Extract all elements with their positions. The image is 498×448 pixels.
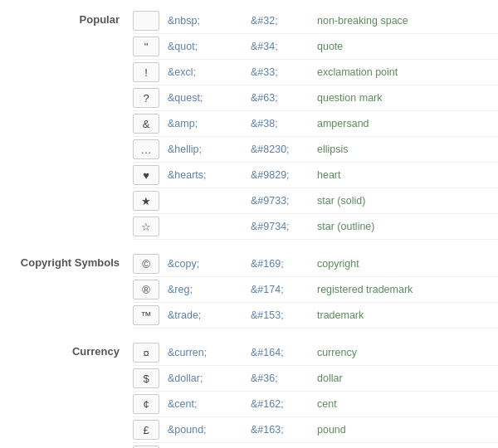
table-row[interactable]: ★&#9733;star (solid) — [133, 188, 498, 214]
table-row[interactable]: ™&trade;&#153;trademark — [133, 303, 498, 329]
table-row[interactable]: $&dollar;&#36;dollar — [133, 366, 498, 392]
char-box: ® — [133, 280, 159, 299]
entity-desc: question mark — [317, 92, 383, 104]
entity-num: &#9829; — [251, 169, 317, 181]
entity-desc: star (solid) — [317, 195, 365, 207]
char-box: $ — [133, 368, 159, 388]
entity-name: &hellip; — [168, 144, 251, 155]
section-spacer — [0, 241, 498, 251]
entity-num: &#163; — [251, 424, 317, 436]
table-row[interactable]: ¤&curren;&#164;currency — [133, 340, 498, 366]
group-2: Currency¤&curren;&#164;currency$&dollar;… — [0, 340, 498, 448]
entity-num: &#153; — [251, 309, 317, 321]
table-row[interactable]: !&excl;&#33;exclamation point — [133, 60, 498, 85]
entity-num: &#33; — [251, 66, 317, 78]
entity-desc: exclamation point — [317, 66, 398, 78]
char-box: ¤ — [133, 343, 159, 363]
table-row[interactable]: ?&quest;&#63;question mark — [133, 85, 498, 111]
entity-desc: trademark — [317, 309, 364, 321]
table-row[interactable]: ¢&cent;&#162;cent — [133, 392, 498, 417]
entity-name: &curren; — [168, 347, 251, 358]
entity-num: &#38; — [251, 118, 317, 129]
entity-name: &excl; — [168, 66, 251, 78]
entity-name: &cent; — [168, 398, 251, 410]
entity-name: &hearts; — [168, 169, 251, 181]
entity-name: &pound; — [168, 424, 251, 436]
entity-name: &quot; — [168, 41, 251, 52]
char-box: £ — [133, 420, 159, 440]
char-box: " — [133, 37, 159, 56]
entity-num: &#9733; — [251, 195, 317, 207]
entity-desc: ellipsis — [317, 144, 349, 155]
section-spacer — [0, 330, 498, 340]
main-container: Popular &nbsp;&#32;non-breaking space"&q… — [0, 0, 498, 448]
char-box: ™ — [133, 305, 159, 325]
entity-num: &#34; — [251, 41, 317, 52]
entity-desc: heart — [317, 169, 341, 181]
entity-name: &quest; — [168, 92, 251, 104]
entity-desc: ampersand — [317, 118, 369, 129]
table-row[interactable]: £&pound;&#163;pound — [133, 417, 498, 443]
table-row[interactable]: ©&copy;&#169;copyright — [133, 251, 498, 277]
char-box: … — [133, 139, 159, 159]
char-box: & — [133, 114, 159, 134]
entity-name: &trade; — [168, 309, 251, 321]
table-row[interactable]: &nbsp;&#32;non-breaking space — [133, 8, 498, 34]
entity-name: &nbsp; — [168, 15, 251, 27]
entity-name: &copy; — [168, 258, 251, 270]
entity-num: &#36; — [251, 373, 317, 384]
char-box: ! — [133, 62, 159, 82]
entity-name: &reg; — [168, 284, 251, 295]
entity-desc: dollar — [317, 373, 343, 384]
entity-desc: quote — [317, 41, 343, 52]
char-box: ¢ — [133, 394, 159, 414]
table-row[interactable]: ☆&#9734;star (outline) — [133, 214, 498, 240]
entity-num: &#32; — [251, 15, 317, 27]
table-row[interactable]: ♥&hearts;&#9829;heart — [133, 163, 498, 188]
char-box: ♥ — [133, 165, 159, 185]
entity-desc: pound — [317, 424, 346, 436]
group-label-2: Currency — [0, 340, 133, 448]
entity-num: &#63; — [251, 92, 317, 104]
table-row[interactable]: €&euro;&#8364;euro — [133, 443, 498, 448]
group-1: Copyright Symbols©&copy;&#169;copyright®… — [0, 251, 498, 329]
char-box: © — [133, 254, 159, 274]
entity-desc: copyright — [317, 258, 359, 270]
group-rows-0: &nbsp;&#32;non-breaking space"&quot;&#34… — [133, 8, 498, 240]
group-label-1: Copyright Symbols — [0, 251, 133, 329]
group-label-0: Popular — [0, 8, 133, 240]
group-rows-1: ©&copy;&#169;copyright®&reg;&#174;regist… — [133, 251, 498, 329]
table-row[interactable]: ®&reg;&#174;registered trademark — [133, 277, 498, 303]
char-box: ? — [133, 88, 159, 108]
table-row[interactable]: &&amp;&#38;ampersand — [133, 111, 498, 137]
entity-desc: registered trademark — [317, 284, 413, 295]
char-box: ★ — [133, 191, 159, 211]
group-rows-2: ¤&curren;&#164;currency$&dollar;&#36;dol… — [133, 340, 498, 448]
entity-desc: star (outline) — [317, 221, 374, 232]
entity-num: &#169; — [251, 258, 317, 270]
table-row[interactable]: …&hellip;&#8230;ellipsis — [133, 137, 498, 163]
char-box — [133, 11, 159, 31]
entity-num: &#8230; — [251, 144, 317, 155]
entity-num: &#164; — [251, 347, 317, 358]
char-box: ☆ — [133, 217, 159, 236]
table-row[interactable]: "&quot;&#34;quote — [133, 34, 498, 60]
entity-num: &#162; — [251, 398, 317, 410]
group-0: Popular &nbsp;&#32;non-breaking space"&q… — [0, 8, 498, 240]
entity-num: &#9734; — [251, 221, 317, 232]
entity-desc: non-breaking space — [317, 15, 408, 27]
entity-desc: currency — [317, 347, 357, 358]
entity-num: &#174; — [251, 284, 317, 295]
entity-desc: cent — [317, 398, 337, 410]
entity-name: &amp; — [168, 118, 251, 129]
entity-name: &dollar; — [168, 373, 251, 384]
